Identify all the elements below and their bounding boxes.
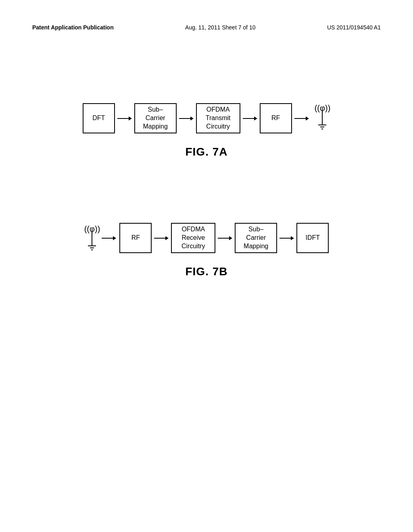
sub-carrier-mapping-label-7b: Sub–CarrierMapping — [244, 225, 268, 250]
svg-marker-3 — [190, 116, 194, 121]
rf-block-7b: RF — [119, 223, 152, 253]
arrow-icon — [154, 234, 169, 242]
antenna-symbol-7a: ((φ)) — [315, 104, 331, 113]
arrow-dft-to-subcarrier — [115, 114, 134, 123]
fig7b-block-row: ((φ)) RF — [84, 223, 329, 253]
svg-marker-5 — [254, 116, 257, 121]
ofdma-transmit-label: OFDMATransmitCircuitry — [206, 106, 231, 131]
svg-marker-17 — [113, 236, 116, 240]
antenna-7b: ((φ)) — [84, 224, 117, 252]
svg-marker-19 — [165, 236, 169, 240]
arrow-ofdma-to-rf — [240, 114, 260, 123]
antenna-7a: ((φ)) — [315, 106, 331, 131]
idft-label: IDFT — [306, 234, 320, 242]
fig7a-block-row: DFT Sub–CarrierMapping — [83, 103, 331, 133]
arrow-rf-to-ofdma-receive — [152, 234, 171, 242]
fig7a-label: FIG. 7A — [185, 145, 227, 158]
page-header: Patent Application Publication Aug. 11, … — [32, 24, 381, 31]
header-publication-label: Patent Application Publication — [32, 24, 114, 31]
page: Patent Application Publication Aug. 11, … — [0, 0, 413, 532]
fig7b-label: FIG. 7B — [185, 265, 227, 278]
sub-carrier-mapping-label-7a: Sub–CarrierMapping — [143, 106, 168, 131]
arrow-icon — [218, 234, 232, 242]
svg-marker-23 — [291, 236, 294, 240]
sub-carrier-mapping-block-7b: Sub–CarrierMapping — [235, 223, 277, 253]
dft-block: DFT — [83, 103, 115, 133]
fig7b-section: ((φ)) RF — [32, 223, 381, 278]
header-patent-number: US 2011/0194540 A1 — [327, 24, 381, 31]
dft-label: DFT — [92, 114, 105, 123]
arrow-icon — [179, 114, 194, 123]
svg-marker-7 — [306, 116, 309, 121]
ofdma-receive-block: OFDMAReceiveCircuitry — [171, 223, 215, 253]
ofdma-receive-label: OFDMAReceiveCircuitry — [181, 225, 205, 250]
rf-label-7b: RF — [131, 234, 140, 242]
arrow-subcarrier-to-idft — [277, 234, 296, 242]
svg-marker-21 — [229, 236, 232, 240]
arrow-subcarrier-to-ofdma — [177, 114, 196, 123]
arrow-icon — [117, 114, 132, 123]
header-date-sheet: Aug. 11, 2011 Sheet 7 of 10 — [185, 24, 255, 31]
ofdma-transmit-block: OFDMATransmitCircuitry — [196, 103, 240, 133]
antenna-icon-7a — [316, 111, 328, 131]
arrow-icon — [243, 114, 257, 123]
antenna-icon-7b — [86, 232, 98, 252]
sub-carrier-mapping-block-7a: Sub–CarrierMapping — [134, 103, 177, 133]
svg-marker-1 — [129, 116, 132, 121]
arrow-ofdma-receive-to-subcarrier — [215, 234, 235, 242]
fig7a-section: DFT Sub–CarrierMapping — [32, 103, 381, 158]
arrow-rf-to-antenna — [292, 114, 311, 123]
arrow-icon — [294, 114, 309, 123]
arrow-antenna-to-rf — [102, 234, 116, 242]
rf-label-7a: RF — [271, 114, 280, 123]
rf-block-7a: RF — [260, 103, 292, 133]
arrow-icon — [280, 234, 294, 242]
idft-block: IDFT — [296, 223, 329, 253]
